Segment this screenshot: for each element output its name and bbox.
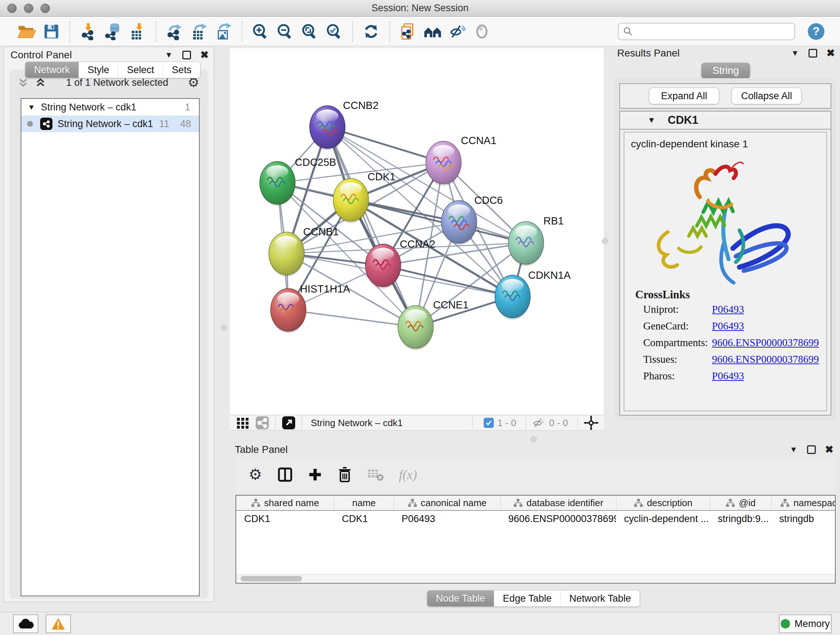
- node-CCNE1[interactable]: [398, 306, 433, 350]
- table-cell[interactable]: CDK1: [334, 511, 393, 527]
- tab-network-table[interactable]: Network Table: [561, 591, 640, 606]
- tab-select[interactable]: Select: [118, 62, 163, 78]
- table-horizontal-scrollbar[interactable]: [236, 574, 835, 583]
- collapse-all-button[interactable]: Collapse All: [731, 88, 802, 104]
- crosslink-link[interactable]: 9606.ENSP00000378699: [712, 353, 819, 365]
- panel-menu-icon[interactable]: ▼: [790, 446, 798, 454]
- export-table-button[interactable]: [189, 21, 209, 42]
- column-header-description[interactable]: description: [616, 496, 710, 510]
- import-table-from-file-button[interactable]: [127, 21, 148, 42]
- tab-style[interactable]: Style: [79, 62, 118, 78]
- crosslink-link[interactable]: P06493: [712, 303, 744, 315]
- delete-column-icon[interactable]: [338, 467, 352, 482]
- gene-section-header[interactable]: ▼ CDK1: [620, 111, 831, 130]
- node-RB1[interactable]: [508, 222, 544, 266]
- expand-all-icon[interactable]: [34, 76, 47, 89]
- column-header-namespace[interactable]: namespace: [771, 496, 836, 510]
- float-panel-icon[interactable]: [182, 51, 191, 59]
- birds-eye-view-icon[interactable]: [281, 416, 296, 430]
- panel-menu-icon[interactable]: ▼: [791, 49, 799, 57]
- node-CDK1[interactable]: [333, 179, 369, 223]
- collection-disclosure-icon[interactable]: ▼: [28, 103, 35, 111]
- edge-CCNB2-CCNE1[interactable]: [327, 127, 416, 327]
- table-cell[interactable]: stringdb: [771, 511, 836, 527]
- table-cell[interactable]: P06493: [393, 511, 500, 527]
- collapse-all-icon[interactable]: [17, 76, 29, 89]
- splitter-handle[interactable]: [531, 436, 537, 442]
- node-CDC25B[interactable]: [260, 162, 295, 206]
- tab-string[interactable]: String: [701, 63, 750, 79]
- table-cell[interactable]: 9606.ENSP00000378699: [500, 511, 616, 527]
- memory-button[interactable]: Memory: [779, 614, 832, 633]
- float-panel-icon[interactable]: [808, 49, 817, 57]
- scrollbar-thumb[interactable]: [240, 576, 302, 581]
- table-row[interactable]: CDK1CDK1P064939606.ENSP00000378699cyclin…: [236, 511, 835, 527]
- column-header--id[interactable]: @id: [710, 496, 771, 510]
- tab-node-table[interactable]: Node Table: [427, 591, 494, 606]
- node-label-HIST1H1A: HIST1H1A: [300, 283, 350, 295]
- warnings-button[interactable]: [46, 614, 71, 633]
- grid-view-icon[interactable]: [235, 416, 250, 430]
- expand-all-button[interactable]: Expand All: [649, 88, 719, 104]
- edge-HIST1H1A-CCNE1[interactable]: [288, 310, 416, 327]
- node-CDKN1A[interactable]: [495, 275, 531, 320]
- crosslink-link[interactable]: P06493: [712, 320, 744, 332]
- show-all-button[interactable]: [472, 21, 492, 42]
- control-panel-tabs: Network Style Select Sets: [25, 62, 201, 78]
- node-HIST1H1A[interactable]: [271, 288, 306, 333]
- first-neighbors-button[interactable]: [423, 21, 443, 42]
- node-CDC6[interactable]: [441, 201, 477, 245]
- splitter-handle[interactable]: [221, 325, 227, 331]
- import-network-from-database-button[interactable]: [103, 21, 123, 42]
- table-cell[interactable]: CDK1: [236, 511, 334, 527]
- float-panel-icon[interactable]: [807, 445, 816, 454]
- gene-disclosure-icon[interactable]: ▼: [647, 116, 655, 125]
- save-session-button[interactable]: [41, 21, 62, 42]
- network-collection-row[interactable]: ▼ String Network – cdk1 1: [21, 99, 199, 116]
- selected-checkbox-icon[interactable]: [484, 418, 494, 428]
- column-header-canonical-name[interactable]: canonical name: [393, 496, 500, 510]
- zoom-in-button[interactable]: [250, 21, 271, 42]
- crosslink-row: Uniprot: P06493: [643, 303, 744, 315]
- column-header-name[interactable]: name: [334, 496, 393, 510]
- zoom-selected-button[interactable]: [324, 21, 344, 42]
- export-image-button[interactable]: [213, 21, 234, 42]
- column-header-shared-name[interactable]: shared name: [236, 496, 334, 510]
- tab-edge-table[interactable]: Edge Table: [494, 591, 561, 606]
- splitter-handle[interactable]: [602, 238, 608, 244]
- hide-selected-button[interactable]: [447, 21, 467, 42]
- table-cell[interactable]: stringdb:9...: [710, 511, 771, 527]
- crosslink-link[interactable]: 9606.ENSP00000378699: [712, 337, 819, 348]
- cloud-status-button[interactable]: [13, 614, 38, 633]
- import-network-icon: [80, 23, 97, 40]
- close-panel-icon[interactable]: ✖: [827, 48, 835, 58]
- new-network-from-selection-button[interactable]: [398, 21, 418, 42]
- refresh-button[interactable]: [361, 21, 381, 42]
- node-CCNA2[interactable]: [365, 244, 401, 288]
- zoom-fit-button[interactable]: [300, 21, 320, 42]
- zoom-out-button[interactable]: [275, 21, 295, 42]
- network-canvas[interactable]: CCNB2CCNA1CDC25BCDK1CDC6RB1CCNB1CCNA2CDK…: [230, 48, 604, 415]
- close-panel-icon[interactable]: ✖: [201, 50, 209, 60]
- panel-menu-icon[interactable]: ▼: [165, 51, 173, 59]
- tab-network[interactable]: Network: [25, 62, 79, 78]
- table-options-gear-icon[interactable]: ⚙: [248, 467, 262, 482]
- help-button[interactable]: ?: [806, 21, 826, 42]
- network-row-selected[interactable]: String Network – cdk1 11 48: [21, 116, 199, 132]
- add-column-icon[interactable]: [308, 467, 322, 482]
- node-CCNA1[interactable]: [426, 141, 461, 186]
- tab-sets[interactable]: Sets: [163, 62, 200, 78]
- table-cell[interactable]: cyclin-dependent ...: [616, 511, 710, 527]
- column-header-database-identifier[interactable]: database identifier: [500, 496, 616, 510]
- pan-crosshair-icon[interactable]: [584, 415, 599, 431]
- node-CCNB1[interactable]: [269, 232, 304, 277]
- crosslink-link[interactable]: P06493: [712, 370, 744, 382]
- network-view-type-icon[interactable]: [255, 416, 270, 430]
- show-columns-icon[interactable]: [278, 467, 293, 482]
- close-panel-icon[interactable]: ✖: [825, 445, 834, 455]
- node-CCNB2[interactable]: [309, 106, 345, 150]
- export-network-button[interactable]: [164, 21, 185, 42]
- search-input[interactable]: [633, 26, 790, 37]
- open-session-button[interactable]: [17, 21, 37, 42]
- import-network-from-file-button[interactable]: [78, 21, 98, 42]
